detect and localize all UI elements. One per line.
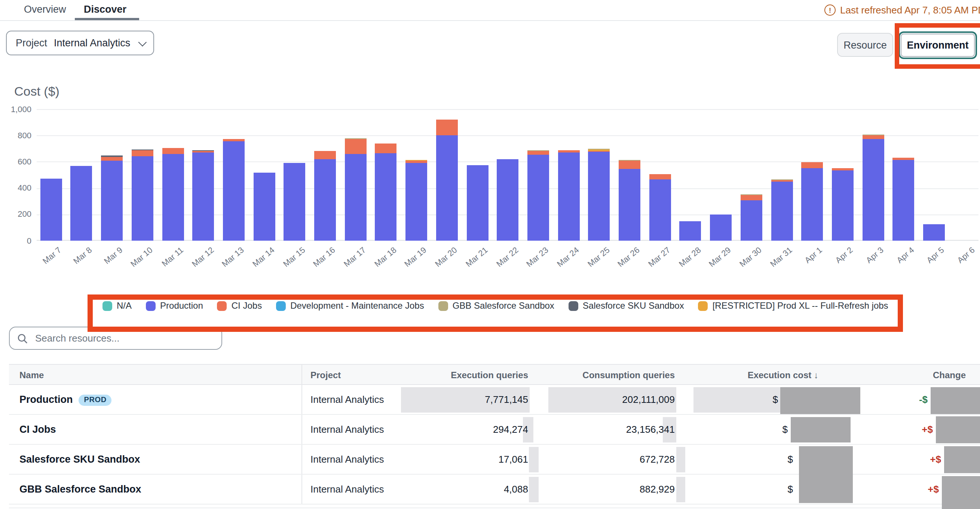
legend-item[interactable]: CI Jobs	[217, 300, 262, 311]
resource-name-text: Production	[19, 385, 73, 415]
column-header-name[interactable]: Name	[19, 365, 44, 386]
bar-segment	[345, 154, 367, 241]
legend-item[interactable]: GBB Salesforce Sandbox	[438, 300, 554, 311]
resource-name: GBB Salesforce Sandbox	[19, 475, 142, 504]
x-axis-tick-label: Apr 3	[864, 245, 885, 265]
bar-segment	[192, 151, 214, 153]
resource-project: Internal Analytics	[310, 385, 384, 415]
legend-item[interactable]: Production	[146, 300, 203, 311]
search-box	[9, 327, 222, 350]
x-axis-tick-label: Mar 28	[677, 245, 702, 268]
legend-item[interactable]: Salesforce SKU Sandbox	[568, 300, 684, 311]
legend-swatch-icon	[276, 301, 286, 311]
table-row[interactable]: Salesforce SKU SandboxInternal Analytics…	[9, 445, 980, 475]
column-header-project[interactable]: Project	[310, 365, 341, 386]
resource-project: Internal Analytics	[310, 475, 384, 504]
legend-label: Salesforce SKU Sandbox	[583, 300, 684, 311]
bar-segment	[589, 149, 610, 151]
bar-segment	[345, 138, 367, 139]
bar-segment	[132, 149, 153, 150]
x-axis-tick-label: Mar 12	[189, 245, 215, 268]
resource-toggle-button[interactable]: Resource	[837, 33, 893, 57]
x-axis-tick-label: Mar 20	[433, 245, 458, 268]
warning-circle-icon: !	[824, 5, 835, 16]
table-row[interactable]: CI JobsInternal Analytics294,27423,156,3…	[9, 415, 980, 445]
bar-segment	[71, 166, 92, 241]
bar-segment	[436, 120, 458, 135]
bar-segment	[101, 160, 123, 241]
bar-segment	[862, 139, 884, 241]
bar-segment	[406, 160, 427, 161]
resource-name: ProductionPROD	[19, 385, 112, 415]
consumption-queries-value: 23,156,341	[626, 415, 675, 445]
bar-segment	[923, 224, 945, 241]
project-filter-dropdown[interactable]: Project Internal Analytics	[6, 31, 154, 55]
redaction-light-box	[694, 387, 783, 412]
redaction-dark-box-cost	[799, 446, 853, 503]
x-axis-tick-label: Mar 21	[464, 245, 489, 268]
gridline	[37, 109, 978, 110]
bar-segment	[40, 179, 62, 241]
chart-title: Cost ($)	[14, 84, 59, 100]
redaction-dark-box-change	[942, 476, 980, 509]
y-axis-tick-label: 200	[0, 210, 32, 219]
bar-segment	[741, 194, 762, 195]
resource-project: Internal Analytics	[310, 445, 384, 475]
bar-segment	[802, 163, 823, 168]
bar-segment	[527, 151, 549, 151]
table-row[interactable]: ProductionPRODInternal Analytics7,771,14…	[9, 385, 980, 415]
x-axis-tick-label: Mar 9	[102, 245, 124, 266]
bar-segment	[832, 168, 854, 171]
legend-item[interactable]: [RESTRICTED] Prod XL -- Full-Refresh job…	[698, 300, 888, 311]
bar-segment	[771, 182, 792, 241]
bar-segment	[802, 168, 823, 241]
bar-segment	[832, 171, 854, 241]
x-axis-tick-label: Mar 7	[41, 245, 63, 266]
bar-segment	[589, 148, 610, 149]
tab-overview[interactable]: Overview	[24, 0, 66, 19]
x-axis-tick-label: Mar 16	[312, 245, 337, 268]
legend-label: Production	[160, 300, 203, 311]
bar-segment	[862, 135, 884, 135]
legend-swatch-icon	[438, 301, 448, 311]
next-row-top-border	[9, 507, 980, 508]
table-header-row: NameProjectExecution queriesConsumption …	[9, 364, 980, 385]
search-icon	[17, 333, 28, 343]
x-axis-tick-label: Mar 26	[616, 245, 641, 268]
column-header-consumption-queries[interactable]: Consumption queries	[582, 365, 675, 386]
bar-segment	[558, 150, 579, 152]
bar-segment	[345, 139, 367, 154]
legend-label: [RESTRICTED] Prod XL -- Full-Refresh job…	[713, 300, 888, 311]
redaction-light-box	[676, 447, 685, 473]
bar-segment	[466, 165, 488, 241]
y-axis-tick-label: 1,000	[0, 104, 32, 113]
bar-segment	[162, 154, 184, 241]
x-axis-tick-label: Mar 25	[585, 245, 611, 268]
x-axis-tick-label: Mar 15	[281, 245, 306, 268]
change-value-sign: -$	[919, 385, 928, 415]
x-axis-tick-label: Mar 8	[72, 245, 94, 266]
column-header-execution-queries[interactable]: Execution queries	[451, 365, 528, 386]
bar-segment	[132, 150, 153, 157]
redaction-light-box	[676, 477, 685, 502]
x-axis-tick-label: Mar 27	[646, 245, 672, 268]
column-header-change[interactable]: Change	[933, 365, 966, 386]
execution-queries-value: 17,061	[498, 445, 528, 475]
bar-segment	[192, 150, 214, 151]
column-header-execution-cost[interactable]: Execution cost ↓	[748, 365, 818, 386]
execution-cost-currency-sign: $	[773, 385, 778, 415]
legend-item[interactable]: N/A	[102, 300, 132, 311]
legend-item[interactable]: Development - Maintenance Jobs	[276, 300, 424, 311]
legend-swatch-icon	[698, 301, 708, 311]
execution-cost-currency-sign: $	[783, 415, 788, 445]
tab-discover[interactable]: Discover	[84, 0, 126, 19]
bar-segment	[710, 214, 732, 241]
search-input[interactable]	[33, 332, 214, 344]
bar-segment	[589, 151, 610, 241]
x-axis-tick-label: Apr 5	[925, 245, 946, 265]
environment-toggle-button[interactable]: Environment	[901, 33, 975, 57]
bar-segment	[862, 135, 884, 140]
consumption-queries-value: 202,111,009	[622, 385, 675, 415]
execution-queries-value: 294,274	[493, 415, 528, 445]
x-axis-tick-label: Mar 18	[372, 245, 398, 268]
